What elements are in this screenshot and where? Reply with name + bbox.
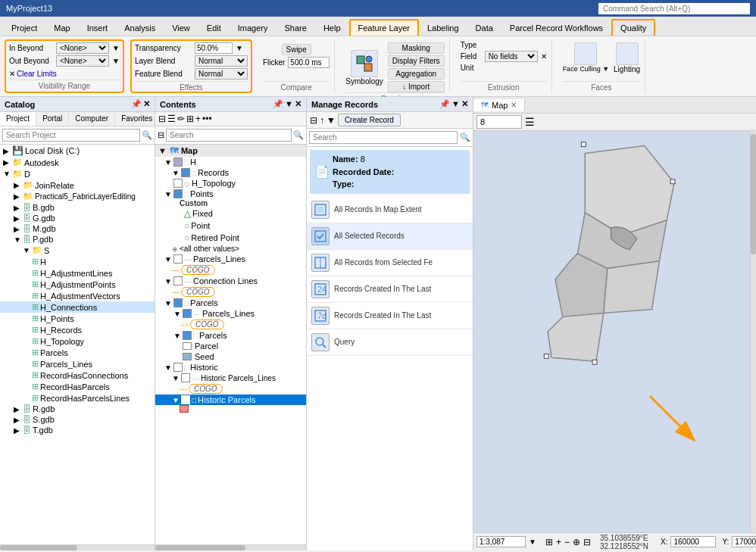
expand-autodesk[interactable]: ▶ <box>3 158 12 167</box>
contents-pin-btn[interactable]: 📌 <box>273 99 283 109</box>
expand-sgdb[interactable]: ▶ <box>14 416 23 424</box>
select-all-icon[interactable]: ⊞ <box>186 114 194 124</box>
tree-tgdb[interactable]: ▶ 🗄 T.gdb <box>0 425 155 435</box>
tree-sgdb[interactable]: ▶ 🗄 S.gdb <box>0 414 155 425</box>
record-btn-all-map-extent[interactable]: All Records In Map Extent <box>307 197 473 223</box>
hpl-checkbox[interactable] <box>181 373 190 382</box>
swipe-btn[interactable]: Swipe <box>282 44 311 55</box>
manage-close-btn[interactable]: ✕ <box>461 99 468 109</box>
list-icon[interactable]: ☰ <box>167 114 176 124</box>
map-canvas[interactable] <box>473 131 756 532</box>
tree-h-adjpoints[interactable]: ⊞ H_AdjustmentPoints <box>0 279 155 290</box>
tab-map[interactable]: Map <box>45 19 78 36</box>
layer-parcels-parcels[interactable]: ▼ □ Parcels <box>155 330 306 341</box>
tree-recordhasparcelslines[interactable]: ⊞ RecordHasParcelsLines <box>0 392 155 404</box>
tree-h[interactable]: ⊞ H <box>0 256 155 267</box>
y-coord-input[interactable] <box>732 536 756 547</box>
parcel-lines-top-checkbox[interactable] <box>173 254 183 264</box>
tab-imagery[interactable]: Imagery <box>230 19 276 36</box>
contents-scrollbar[interactable] <box>155 544 306 550</box>
catalog-tab-project[interactable]: Project <box>0 112 36 126</box>
tree-parcels[interactable]: ⊞ Parcels <box>0 347 155 358</box>
map-minus-icon[interactable]: − <box>564 537 570 547</box>
layer-seed[interactable]: Seed <box>155 351 306 362</box>
records-checkbox[interactable] <box>181 168 190 177</box>
field-select[interactable]: No fields <box>485 51 538 62</box>
expand-local-disk[interactable]: ▶ <box>3 147 12 155</box>
tree-h-records[interactable]: ⊞ H_Records <box>0 324 155 335</box>
tree-recordhasparcels[interactable]: ⊞ RecordHasParcels <box>0 381 155 392</box>
field-clear-btn[interactable]: ✕ <box>541 52 547 61</box>
map-tab-close[interactable]: ✕ <box>511 101 517 109</box>
hpl-expand[interactable]: ▼ <box>172 374 181 382</box>
layer-parcels-parcels-lines[interactable]: ▼ — Parcels_Lines <box>155 308 306 319</box>
out-beyond-dropdown[interactable]: ▼ <box>112 57 120 65</box>
expand-ggdb[interactable]: ▶ <box>14 214 23 223</box>
tab-labeling[interactable]: Labeling <box>419 19 467 36</box>
parcel-lines-top-expand[interactable]: ▼ <box>164 255 173 264</box>
map-search-input[interactable] <box>476 115 522 129</box>
catalog-tab-computer[interactable]: Computer <box>69 112 115 126</box>
h-group-checkbox[interactable] <box>173 157 183 167</box>
flicker-input[interactable] <box>288 57 330 68</box>
pp-checkbox[interactable] <box>183 331 192 340</box>
map-extent-icon[interactable]: ⊟ <box>583 537 591 547</box>
layer-parcels-lines-top[interactable]: ▼ — Parcels_Lines <box>155 254 306 264</box>
scale-dropdown[interactable]: ▼ <box>529 538 536 546</box>
x-coord-input[interactable] <box>670 536 716 547</box>
layer-parcel[interactable]: Parcel <box>155 341 306 351</box>
expand-bgdb[interactable]: ▶ <box>14 204 23 212</box>
create-record-btn[interactable]: Create Record <box>338 114 401 126</box>
tab-insert[interactable]: Insert <box>79 19 117 36</box>
lighting-icon[interactable] <box>616 42 639 65</box>
record-btn-created-last-1[interactable]: 24h Records Created In The Last <box>307 276 473 303</box>
transparency-input[interactable] <box>195 42 233 54</box>
layer-point[interactable]: ○ Point <box>155 220 306 232</box>
map-nav-icon[interactable]: ⊕ <box>573 537 580 547</box>
command-search[interactable] <box>598 3 750 14</box>
tab-analysis[interactable]: Analysis <box>116 19 164 36</box>
pp-expand[interactable]: ▼ <box>173 332 183 340</box>
tab-edit[interactable]: Edit <box>198 19 230 36</box>
points-checkbox[interactable] <box>173 189 183 198</box>
expand-d[interactable]: ▼ <box>3 170 12 178</box>
records-expand[interactable]: ▼ <box>172 169 181 177</box>
tab-parcel-workflows[interactable]: Parcel Record Workflows <box>501 19 611 36</box>
layer-records[interactable]: ▼ □ Records <box>155 167 306 178</box>
catalog-search-input[interactable] <box>2 129 140 142</box>
symbology-icon[interactable] <box>351 50 378 77</box>
record-btn-all-selected[interactable]: All Selected Records <box>307 223 473 250</box>
layer-cogo-2[interactable]: — COGO <box>155 286 306 298</box>
expand-s[interactable]: ▼ <box>23 246 32 254</box>
layer-retired-point[interactable]: ○ Retired Point <box>155 232 306 244</box>
historic-expand[interactable]: ▼ <box>164 363 173 372</box>
manage-dropdown-icon[interactable]: ▼ <box>326 115 336 126</box>
parcels-group-checkbox[interactable] <box>173 298 183 307</box>
tree-ggdb[interactable]: ▶ 🗄 G.gdb <box>0 213 155 223</box>
feature-blend-select[interactable]: Normal <box>195 68 248 80</box>
catalog-tab-portal[interactable]: Portal <box>36 112 69 126</box>
import-btn[interactable]: ↓ Import <box>388 81 445 92</box>
layer-h-topology[interactable]: ◇ H_Topology <box>155 178 306 189</box>
manage-search-icon[interactable]: 🔍 <box>460 133 470 142</box>
manage-options-btn[interactable]: ▼ <box>451 99 460 109</box>
historic-checkbox[interactable] <box>173 363 183 372</box>
map-section-header[interactable]: ▼ 🗺 Map <box>155 145 306 157</box>
layer-cogo-1[interactable]: — COGO <box>155 264 306 276</box>
layer-blend-select[interactable]: Normal <box>195 55 248 67</box>
expand-mgdb[interactable]: ▶ <box>14 225 23 233</box>
manage-up-icon[interactable]: ↑ <box>320 115 324 126</box>
manage-search-input[interactable] <box>309 131 458 144</box>
tab-project[interactable]: Project <box>3 19 45 36</box>
tree-local-disk[interactable]: ▶ 💾 Local Disk (C:) <box>0 145 155 157</box>
tab-quality[interactable]: Quality <box>611 19 655 36</box>
layer-historic-parcel-lines[interactable]: ▼ — Historic Parcels_Lines <box>155 373 306 383</box>
contents-search-input[interactable] <box>166 129 292 142</box>
h-topo-checkbox[interactable] <box>173 179 183 188</box>
manage-filter-icon[interactable]: ⊟ <box>310 115 317 126</box>
record-btn-from-selected[interactable]: All Records from Selected Fe <box>307 250 473 276</box>
expand-pgdb[interactable]: ▼ <box>14 235 23 244</box>
tree-h-connections[interactable]: ⊞ H_Connections <box>0 301 155 313</box>
add-icon[interactable]: + <box>195 114 201 124</box>
tree-joinrelate[interactable]: ▶ 📁 JoinRelate <box>0 179 155 191</box>
